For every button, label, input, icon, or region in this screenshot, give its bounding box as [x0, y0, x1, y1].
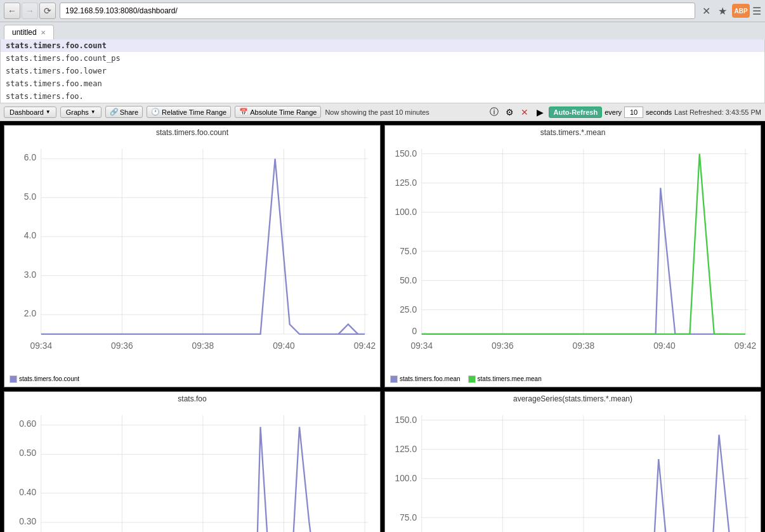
- close-refresh-icon[interactable]: ✕: [518, 106, 531, 119]
- share-icon: 🔗: [110, 108, 119, 116]
- chart-svg-2: 150.0 125.0 100.0 75.0 50.0 25.0 0: [388, 138, 758, 374]
- legend-color-1: [10, 375, 17, 383]
- svg-text:09:42: 09:42: [354, 341, 376, 351]
- browser-chrome: ← → ⟳ ✕ ★ ABP ☰ untitled ✕: [0, 0, 765, 39]
- legend-item-mee-mean: stats.timers.mee.mean: [468, 375, 542, 383]
- chart-svg-1: 6.0 5.0 4.0 3.0 2.0 09:34: [7, 138, 377, 374]
- autocomplete-item-5[interactable]: stats.timers.foo.: [1, 90, 764, 103]
- legend-item-1: stats.timers.foo.count: [10, 375, 79, 383]
- chart-title-3: stats.foo: [7, 394, 377, 403]
- tab-bar: untitled ✕: [0, 22, 765, 39]
- dashboard: stats.timers.foo.count 6.0 5.0 4.0 3.0 2…: [0, 121, 765, 532]
- browser-tab[interactable]: untitled ✕: [4, 25, 54, 39]
- play-icon[interactable]: ▶: [533, 106, 546, 119]
- relative-time-label: Relative Time Range: [162, 108, 226, 116]
- star-icon[interactable]: ★: [716, 4, 729, 18]
- calendar-icon: 📅: [239, 108, 248, 116]
- share-label: Share: [120, 108, 138, 116]
- legend-color-foo-mean: [390, 375, 398, 383]
- refresh-button[interactable]: ⟳: [39, 3, 56, 19]
- svg-text:09:40: 09:40: [273, 341, 295, 351]
- svg-text:100.0: 100.0: [395, 207, 417, 217]
- svg-text:0.30: 0.30: [19, 516, 36, 526]
- svg-text:09:36: 09:36: [492, 341, 514, 351]
- browser-toolbar: ← → ⟳ ✕ ★ ABP ☰: [0, 0, 765, 22]
- app-toolbar: Dashboard ▼ Graphs ▼ 🔗 Share 🕐 Relative …: [0, 103, 765, 121]
- graphs-caret: ▼: [91, 109, 96, 115]
- back-button[interactable]: ←: [4, 3, 20, 19]
- seconds-label: seconds: [646, 108, 672, 116]
- legend-item-foo-mean: stats.timers.foo.mean: [390, 375, 461, 383]
- chart-panel-4: averageSeries(stats.timers.*.mean) 150.0…: [384, 391, 761, 532]
- svg-text:125.0: 125.0: [395, 178, 417, 188]
- svg-text:25.0: 25.0: [400, 304, 417, 315]
- auto-refresh-button[interactable]: Auto-Refresh: [549, 107, 602, 118]
- last-refreshed-text: Last Refreshed: 3:43:55 PM: [674, 108, 761, 116]
- seconds-input[interactable]: [624, 107, 643, 118]
- svg-text:0.60: 0.60: [19, 418, 36, 429]
- autocomplete-item-1[interactable]: stats.timers.foo.count: [1, 39, 764, 52]
- svg-text:100.0: 100.0: [395, 473, 417, 483]
- tab-close-icon[interactable]: ✕: [41, 29, 46, 36]
- address-bar[interactable]: [60, 3, 695, 19]
- autocomplete-item-3[interactable]: stats.timers.foo.lower: [1, 65, 764, 77]
- chart-legend-1: stats.timers.foo.count: [7, 374, 377, 384]
- browser-icons: ✕ ★ ABP ☰: [699, 4, 761, 18]
- svg-text:75.0: 75.0: [400, 246, 417, 256]
- chart-legend-2: stats.timers.foo.mean stats.timers.mee.m…: [388, 374, 758, 384]
- graphs-label: Graphs: [66, 108, 89, 116]
- svg-text:0: 0: [412, 326, 417, 336]
- chart-area-3: 0.60 0.50 0.40 0.30 0.20 0.10 0: [7, 405, 377, 532]
- legend-label-1: stats.timers.foo.count: [19, 375, 79, 382]
- browser-content: stats.timers.foo.count stats.timers.foo.…: [0, 39, 765, 103]
- svg-text:2.0: 2.0: [24, 308, 37, 318]
- every-label: every: [605, 108, 622, 116]
- relative-time-range-button[interactable]: 🕐 Relative Time Range: [147, 106, 231, 118]
- share-button[interactable]: 🔗 Share: [105, 106, 143, 118]
- svg-text:0.40: 0.40: [19, 487, 36, 497]
- absolute-time-range-button[interactable]: 📅 Absolute Time Range: [235, 106, 321, 118]
- svg-text:75.0: 75.0: [400, 512, 417, 522]
- autocomplete-dropdown: stats.timers.foo.count stats.timers.foo.…: [0, 39, 765, 103]
- svg-text:150.0: 150.0: [395, 148, 417, 159]
- autocomplete-item-4[interactable]: stats.timers.foo.mean: [1, 77, 764, 90]
- svg-text:150.0: 150.0: [395, 415, 417, 425]
- chart-title-2: stats.timers.*.mean: [388, 128, 758, 137]
- chart-svg-4: 150.0 125.0 100.0 75.0 50.0 25.0 0: [388, 405, 758, 532]
- dashboard-menu[interactable]: Dashboard ▼: [4, 107, 56, 118]
- dashboard-label: Dashboard: [10, 108, 44, 116]
- svg-text:3.0: 3.0: [24, 269, 37, 280]
- chart-area-4: 150.0 125.0 100.0 75.0 50.0 25.0 0: [388, 405, 758, 532]
- absolute-time-label: Absolute Time Range: [250, 108, 317, 116]
- graphs-menu[interactable]: Graphs ▼: [60, 107, 101, 118]
- menu-icon[interactable]: ☰: [752, 5, 761, 17]
- chart-panel-1: stats.timers.foo.count 6.0 5.0 4.0 3.0 2…: [4, 125, 381, 387]
- abp-icon[interactable]: ABP: [732, 4, 750, 18]
- now-showing-text: Now showing the past 10 minutes: [325, 108, 484, 116]
- chart-svg-3: 0.60 0.50 0.40 0.30 0.20 0.10 0: [7, 405, 377, 532]
- forward-button[interactable]: →: [22, 3, 38, 19]
- svg-text:4.0: 4.0: [24, 230, 37, 240]
- nav-buttons: ← → ⟳: [4, 3, 56, 19]
- svg-text:09:34: 09:34: [30, 341, 52, 351]
- svg-text:09:40: 09:40: [653, 341, 676, 351]
- refresh-settings-icon[interactable]: ⚙: [503, 106, 516, 119]
- clock-icon: 🕐: [151, 108, 160, 116]
- dashboard-caret: ▼: [46, 109, 51, 115]
- svg-text:09:36: 09:36: [111, 341, 133, 351]
- chart-area-2: 150.0 125.0 100.0 75.0 50.0 25.0 0: [388, 138, 758, 374]
- toolbar-right: ⓘ ⚙ ✕ ▶ Auto-Refresh every seconds Last …: [488, 106, 761, 119]
- legend-color-mee-mean: [468, 375, 476, 383]
- svg-text:50.0: 50.0: [400, 275, 417, 285]
- chart-title-1: stats.timers.foo.count: [7, 128, 377, 137]
- svg-text:09:38: 09:38: [192, 341, 214, 351]
- autocomplete-item-2[interactable]: stats.timers.foo.count_ps: [1, 52, 764, 65]
- chart-panel-3: stats.foo 0.60 0.50 0.40 0.30 0.20 0.10 …: [4, 391, 381, 532]
- info-icon[interactable]: ⓘ: [488, 106, 500, 119]
- chart-area-1: 6.0 5.0 4.0 3.0 2.0 09:34: [7, 138, 377, 374]
- svg-text:09:34: 09:34: [410, 341, 433, 351]
- x-icon[interactable]: ✕: [699, 4, 713, 18]
- svg-text:0.50: 0.50: [19, 448, 36, 458]
- chart-panel-2: stats.timers.*.mean 150.0 125.0 100.0 75…: [384, 125, 761, 387]
- svg-text:125.0: 125.0: [395, 444, 417, 454]
